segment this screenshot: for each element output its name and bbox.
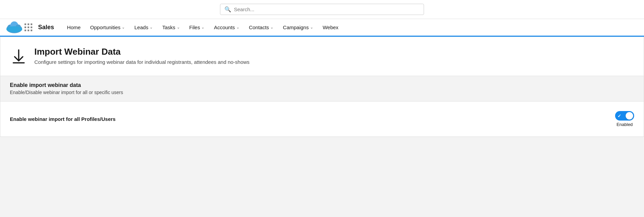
import-icon [10,48,28,68]
chevron-down-icon: ⌄ [201,25,204,30]
page-title: Import Webinar Data [34,47,250,57]
search-container: 🔍 [220,4,424,15]
nav-items: Home Opportunities ⌄ Leads ⌄ Tasks ⌄ Fil… [62,19,343,36]
toggle-row: Enable webinar import for all Profiles/U… [0,102,644,137]
svg-point-4 [6,26,22,32]
toggle-state-label: Enabled [616,122,633,127]
nav-item-campaigns[interactable]: Campaigns ⌄ [278,19,318,36]
nav-label-campaigns: Campaigns [283,24,309,30]
toggle-container: ✓ Enabled [615,111,634,127]
chevron-down-icon: ⌄ [150,25,153,30]
nav-label-webex: Webex [323,24,338,30]
nav-label-files: Files [189,24,200,30]
toggle-track: ✓ [615,111,634,121]
nav-item-opportunities[interactable]: Opportunities ⌄ [85,19,130,36]
nav-label-home: Home [67,24,81,30]
settings-section: Enable import webinar data Enable/Disabl… [0,76,644,102]
chevron-down-icon: ⌄ [270,25,273,30]
app-name: Sales [38,24,54,31]
nav-item-home[interactable]: Home [62,19,85,36]
chevron-down-icon: ⌄ [177,25,180,30]
settings-section-title: Enable import webinar data [10,82,634,88]
app-launcher-icon[interactable] [24,23,33,32]
search-input[interactable] [234,6,420,12]
nav-item-tasks[interactable]: Tasks ⌄ [157,19,184,36]
nav-item-contacts[interactable]: Contacts ⌄ [244,19,278,36]
top-bar: 🔍 [0,0,644,19]
nav-label-accounts: Accounts [214,24,235,30]
nav-label-tasks: Tasks [162,24,175,30]
settings-section-desc: Enable/Disable webinar import for all or… [10,90,634,95]
page-header-text: Import Webinar Data Configure settings f… [34,47,250,65]
nav-bar: Sales Home Opportunities ⌄ Leads ⌄ Tasks… [0,19,644,37]
nav-item-accounts[interactable]: Accounts ⌄ [209,19,244,36]
toggle-check-icon: ✓ [617,113,621,119]
main-content: Import Webinar Data Configure settings f… [0,37,644,137]
salesforce-logo [5,21,23,34]
chevron-down-icon: ⌄ [122,25,125,30]
nav-item-webex[interactable]: Webex [318,19,343,36]
page-header: Import Webinar Data Configure settings f… [0,37,644,76]
page-subtitle: Configure settings for importing webinar… [34,59,250,65]
nav-label-contacts: Contacts [249,24,269,30]
chevron-down-icon: ⌄ [310,25,313,30]
chevron-down-icon: ⌄ [236,25,239,30]
nav-item-files[interactable]: Files ⌄ [185,19,209,36]
enable-webinar-import-toggle[interactable]: ✓ [615,111,634,121]
toggle-row-label: Enable webinar import for all Profiles/U… [10,116,116,122]
nav-label-leads: Leads [134,24,148,30]
nav-label-opportunities: Opportunities [90,24,120,30]
toggle-thumb [626,112,633,120]
nav-item-leads[interactable]: Leads ⌄ [130,19,157,36]
search-icon: 🔍 [224,6,231,13]
